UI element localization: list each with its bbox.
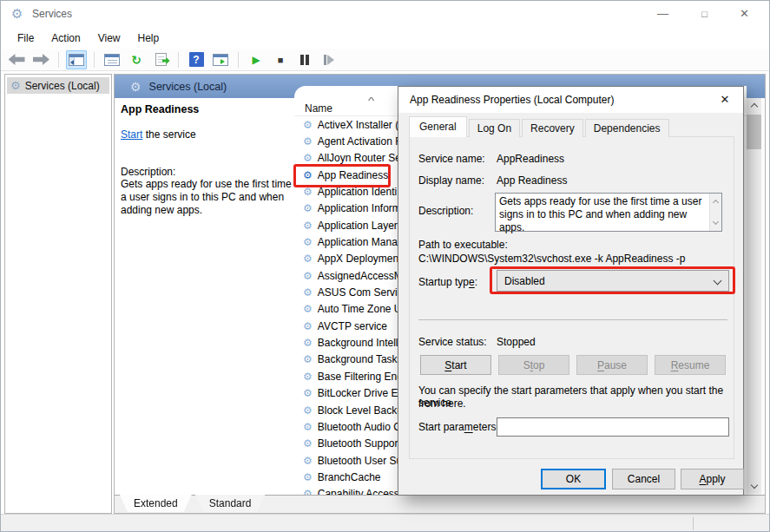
service-row-label: BranchCache — [318, 471, 381, 483]
restart-service-icon — [324, 55, 334, 65]
service-gear-icon: ⚙ — [303, 202, 313, 214]
export-list-button[interactable] — [150, 50, 171, 69]
pause-service-icon — [300, 55, 309, 65]
view-tab-bar: Extended Standard — [115, 495, 765, 514]
close-button[interactable]: ✕ — [725, 1, 764, 27]
service-row-label: Application Inform — [318, 202, 401, 214]
service-row-label: Auto Time Zone U — [318, 303, 402, 315]
service-row-label: BitLocker Drive En — [318, 387, 404, 399]
chevron-up-icon — [713, 200, 719, 206]
menu-view[interactable]: View — [90, 29, 128, 48]
sort-ascending-icon: ^ — [368, 95, 374, 106]
show-console-tree-button[interactable] — [66, 50, 87, 69]
snapin-header-title: Services (Local) — [149, 81, 227, 93]
tab-general[interactable]: General — [409, 116, 467, 137]
refresh-button[interactable]: ↻ — [126, 50, 147, 69]
start-button[interactable]: Start — [420, 355, 491, 375]
restart-service-button[interactable] — [319, 50, 339, 69]
services-node-icon: ⚙ — [10, 79, 21, 92]
display-name-label: Display name: — [418, 174, 484, 187]
scrollbar-thumb[interactable] — [747, 115, 761, 149]
service-name-label: Service name: — [418, 153, 485, 165]
dialog-title: App Readiness Properties (Local Computer… — [410, 94, 614, 106]
properties-icon — [104, 54, 120, 66]
start-parameters-label: Start parameters: — [418, 421, 499, 433]
stop-service-button[interactable]: ■ — [270, 50, 291, 69]
tab-recovery[interactable]: Recovery — [522, 119, 583, 137]
tab-dependencies[interactable]: Dependencies — [585, 119, 669, 137]
service-gear-icon: ⚙ — [303, 303, 313, 315]
help-icon: ? — [189, 52, 204, 67]
scroll-up-button[interactable] — [747, 98, 761, 113]
service-row-label: ASUS Com Service — [318, 286, 409, 299]
service-gear-icon: ⚙ — [303, 353, 313, 365]
tab-logon[interactable]: Log On — [469, 119, 520, 137]
service-name-value: AppReadiness — [497, 153, 564, 165]
service-row-label: App Readiness — [318, 169, 388, 181]
help-button[interactable]: ? — [186, 50, 207, 69]
tree-item-services-local[interactable]: ⚙ Services (Local) — [7, 77, 109, 94]
scroll-down-button[interactable] — [747, 479, 761, 494]
service-row-label: Application Mana — [318, 236, 398, 248]
selected-service-title: App Readiness — [121, 103, 293, 115]
maximize-button[interactable]: □ — [685, 1, 724, 27]
service-status-value: Stopped — [497, 336, 536, 348]
services-app-icon: ⚙ — [11, 6, 23, 22]
startup-type-label: Startup type: — [418, 276, 477, 288]
menu-file[interactable]: File — [10, 29, 42, 48]
service-gear-icon: ⚙ — [303, 236, 313, 248]
start-params-note-line2: from here. — [418, 397, 466, 410]
service-gear-icon: ⚙ — [303, 437, 313, 450]
stop-button: Stop — [498, 355, 569, 375]
description-textbox[interactable]: Gets apps ready for use the first time a… — [495, 193, 722, 232]
start-service-link[interactable]: Start — [121, 128, 142, 141]
forward-arrow-icon — [33, 54, 49, 65]
service-gear-icon: ⚙ — [303, 286, 313, 299]
menu-action[interactable]: Action — [43, 29, 88, 48]
service-row-label: Bluetooth User Su — [318, 455, 402, 467]
service-row-label: Background Tasks — [318, 353, 403, 365]
pause-service-button[interactable] — [294, 50, 315, 69]
toolbar-separator — [178, 52, 179, 68]
service-gear-icon: ⚙ — [303, 488, 313, 495]
properties-button[interactable] — [102, 50, 122, 69]
startup-type-dropdown[interactable]: Disabled — [497, 270, 729, 292]
back-button[interactable] — [6, 50, 27, 69]
start-service-button[interactable]: ▶ — [246, 50, 267, 69]
menu-help[interactable]: Help — [130, 29, 168, 48]
action-pane-icon — [213, 54, 228, 66]
refresh-icon: ↻ — [131, 53, 141, 67]
dropdown-chevron-icon — [714, 277, 722, 286]
dialog-title-bar: App Readiness Properties (Local Computer… — [398, 87, 743, 113]
service-row-label: Bluetooth Support — [318, 437, 401, 450]
dialog-tab-strip: General Log On Recovery Dependencies — [409, 116, 671, 137]
forward-button[interactable] — [30, 50, 51, 69]
column-header-name[interactable]: Name — [305, 102, 332, 115]
properties-dialog: App Readiness Properties (Local Computer… — [398, 86, 744, 496]
show-action-pane-button[interactable] — [210, 50, 231, 69]
cancel-button[interactable]: Cancel — [612, 469, 675, 489]
service-gear-icon: ⚙ — [303, 404, 313, 417]
service-gear-icon: ⚙ — [303, 320, 313, 332]
service-gear-icon: ⚙ — [303, 152, 313, 164]
tab-extended[interactable]: Extended — [120, 495, 192, 512]
dialog-close-button[interactable]: ✕ — [707, 87, 743, 113]
chevron-down-icon — [750, 482, 757, 489]
ok-button[interactable]: OK — [541, 469, 606, 489]
minimize-button[interactable]: — — [643, 1, 682, 27]
service-row-label: AllJoyn Router Ser — [318, 152, 405, 164]
start-parameters-input[interactable] — [497, 417, 729, 437]
start-service-suffix: the service — [146, 128, 196, 141]
status-bar-divider — [693, 517, 694, 530]
description-label: Description: — [418, 205, 473, 217]
service-gear-icon: ⚙ — [303, 169, 313, 181]
service-gear-icon: ⚙ — [303, 387, 313, 399]
list-vertical-scrollbar[interactable] — [747, 98, 761, 494]
apply-button[interactable]: Apply — [681, 469, 744, 489]
service-row-label: ActiveX Installer (A — [318, 119, 405, 131]
description-scrollbar[interactable] — [709, 194, 721, 231]
services-window: ⚙ Services — □ ✕ File Action View Help ↻… — [0, 0, 770, 532]
menu-bar: File Action View Help — [1, 27, 769, 49]
export-list-icon — [155, 53, 167, 66]
tab-standard[interactable]: Standard — [195, 495, 266, 512]
